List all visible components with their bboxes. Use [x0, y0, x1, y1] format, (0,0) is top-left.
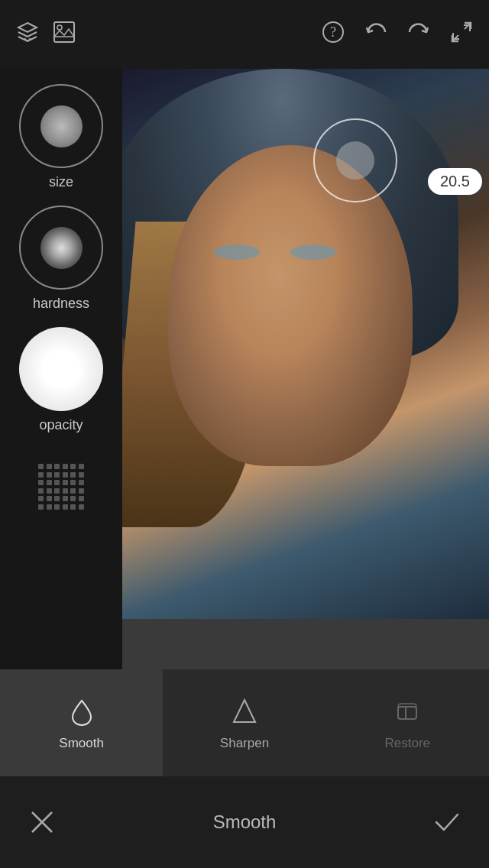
opacity-brush[interactable] — [19, 327, 103, 411]
bottom-bar: Smooth — [0, 776, 489, 868]
size-brush[interactable] — [19, 84, 103, 168]
svg-point-3 — [57, 25, 62, 30]
tab-restore-label: Restore — [385, 736, 431, 751]
smooth-icon — [65, 695, 99, 728]
sharpen-icon — [228, 695, 261, 728]
size-label: size — [49, 174, 73, 190]
tab-sharpen-label: Sharpen — [220, 736, 269, 751]
svg-marker-0 — [18, 23, 37, 32]
toolbar-right: ? — [321, 20, 474, 50]
brush-value-badge: 20.5 — [428, 168, 482, 195]
expand-icon[interactable] — [449, 20, 474, 50]
adjustments-icon[interactable] — [52, 20, 76, 50]
confirm-button[interactable] — [428, 803, 466, 841]
svg-text:?: ? — [330, 24, 336, 40]
hardness-label: hardness — [33, 296, 89, 312]
brush-pattern-icon[interactable] — [38, 464, 84, 510]
left-panel: size hardness opacity — [0, 69, 122, 695]
size-control: size — [19, 84, 103, 190]
photo-background — [122, 69, 489, 619]
size-brush-inner — [40, 105, 83, 147]
svg-marker-2 — [54, 29, 74, 37]
layers-icon[interactable] — [15, 20, 40, 50]
svg-marker-9 — [234, 700, 255, 722]
bottom-bar-title: Smooth — [61, 811, 428, 833]
tab-smooth-label: Smooth — [59, 736, 104, 751]
undo-icon[interactable] — [364, 20, 388, 50]
tab-sharpen[interactable]: Sharpen — [163, 669, 325, 776]
toolbar-left — [15, 20, 76, 50]
redo-icon[interactable] — [406, 20, 431, 50]
cancel-button[interactable] — [23, 803, 61, 841]
canvas-brush-cursor-inner — [336, 141, 374, 180]
tab-smooth[interactable]: Smooth — [0, 669, 163, 776]
bottom-tabs: Smooth Sharpen Restore — [0, 669, 489, 776]
restore-icon — [390, 695, 424, 728]
top-toolbar: ? — [0, 0, 489, 69]
canvas-brush-cursor — [313, 118, 397, 202]
hardness-brush-inner — [40, 227, 83, 269]
tab-restore[interactable]: Restore — [326, 669, 489, 776]
help-icon[interactable]: ? — [321, 20, 345, 50]
hardness-brush[interactable] — [19, 206, 103, 290]
svg-line-6 — [462, 25, 470, 33]
svg-rect-10 — [398, 707, 416, 719]
opacity-control: opacity — [19, 327, 103, 433]
opacity-label: opacity — [39, 417, 83, 433]
hardness-control: hardness — [19, 206, 103, 312]
